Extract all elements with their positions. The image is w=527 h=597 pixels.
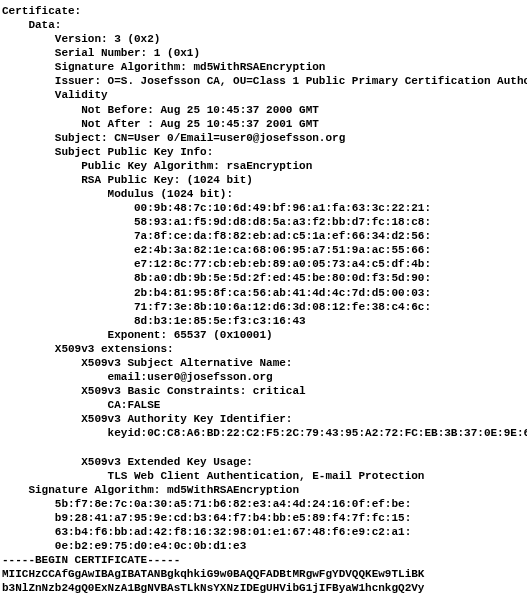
modulus-chunk: 7a:8f:ce:da:f8:82:eb:ad:c5:1a:ef:66:34:d… [2,230,431,242]
signature-chunk: 0e:b2:e9:75:d0:e4:0c:0b:d1:e3 [2,540,246,552]
serial-line: Serial Number: 1 (0x1) [2,47,200,59]
not-after-line: Not After : Aug 25 10:45:37 2001 GMT [2,118,319,130]
cert-header: Certificate: [2,5,81,17]
san-label: X509v3 Subject Alternative Name: [2,357,299,369]
signature-chunk: 5b:f7:8e:7c:0a:30:a5:71:b6:82:e3:a4:4d:2… [2,498,411,510]
modulus-chunk: e2:4b:3a:82:1e:ca:68:06:95:a7:51:9a:ac:5… [2,244,431,256]
sig-alg-line-2: Signature Algorithm: md5WithRSAEncryptio… [2,484,299,496]
modulus-chunk: 8b:a0:db:9b:5e:5d:2f:ed:45:be:80:0d:f3:5… [2,272,431,284]
signature-chunk: b9:28:41:a7:95:9e:cd:b3:64:f7:b4:bb:e5:8… [2,512,411,524]
eku-label: X509v3 Extended Key Usage: [2,456,259,468]
validity-label: Validity [2,89,108,101]
eku-value: TLS Web Client Authentication, E-mail Pr… [2,470,424,482]
version-line: Version: 3 (0x2) [2,33,160,45]
pem-line: b3NlZnNzb24gQ0ExNzA1BgNVBAsTLkNsYXNzIDEg… [2,582,424,594]
aki-label: X509v3 Authority Key Identifier: [2,413,299,425]
data-label: Data: [2,19,61,31]
modulus-chunk: 00:9b:48:7c:10:6d:49:bf:96:a1:fa:63:3c:2… [2,202,431,214]
begin-certificate-marker: -----BEGIN CERTIFICATE----- [2,554,180,566]
san-value: email:user0@josefsson.org [2,371,273,383]
modulus-chunk: e7:12:8c:77:cb:eb:eb:89:a0:05:73:a4:c5:d… [2,258,431,270]
modulus-chunk: 2b:b4:81:95:8f:ca:56:ab:41:4d:4c:7d:d5:0… [2,287,431,299]
modulus-label: Modulus (1024 bit): [2,188,233,200]
exponent-line: Exponent: 65537 (0x10001) [2,329,273,341]
pubkey-alg-line: Public Key Algorithm: rsaEncryption [2,160,312,172]
spki-label: Subject Public Key Info: [2,146,213,158]
issuer-line: Issuer: O=S. Josefsson CA, OU=Class 1 Pu… [2,75,527,87]
extensions-label: X509v3 extensions: [2,343,174,355]
pem-line: MIICHzCCAfGgAwIBAgIBATANBgkqhkiG9w0BAQQF… [2,568,424,580]
rsa-label: RSA Public Key: (1024 bit) [2,174,253,186]
signature-chunk: 63:b4:f6:bb:ad:42:f8:16:32:98:01:e1:67:4… [2,526,411,538]
basic-constraints-label: X509v3 Basic Constraints: critical [2,385,306,397]
sig-alg-line: Signature Algorithm: md5WithRSAEncryptio… [2,61,325,73]
ca-false-line: CA:FALSE [2,399,160,411]
certificate-text-dump: Certificate: Data: Version: 3 (0x2) Seri… [0,0,527,597]
modulus-chunk: 58:93:a1:f5:9d:d8:d8:5a:a3:f2:bb:d7:fc:1… [2,216,431,228]
modulus-chunk: 71:f7:3e:8b:10:6a:12:d6:3d:08:12:fe:38:c… [2,301,431,313]
not-before-line: Not Before: Aug 25 10:45:37 2000 GMT [2,104,319,116]
subject-line: Subject: CN=User 0/Email=user0@josefsson… [2,132,345,144]
aki-value: keyid:0C:C8:A6:BD:22:C2:F5:2C:79:43:95:A… [2,427,527,439]
modulus-chunk: 8d:b3:1e:85:5e:f3:c3:16:43 [2,315,306,327]
